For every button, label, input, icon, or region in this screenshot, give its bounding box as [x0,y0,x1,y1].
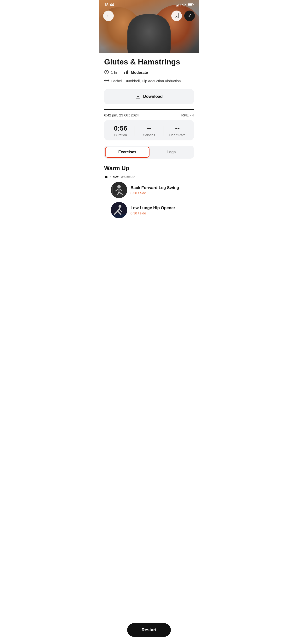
stats-card: 0:56 Duration -- Calories -- Heart Rate [104,120,194,141]
exercise-info-1: Back Forward Leg Swing 0:30 / side [130,185,194,195]
duration-value: 1 hr [111,70,117,75]
status-icons [176,3,194,7]
stat-heartrate-label: Heart Rate [163,133,192,137]
stat-duration: 0:56 Duration [106,124,135,137]
exercise-detail-2: 0:30 / side [130,211,194,215]
log-date: 6:42 pm, 23 Oct 2024 [104,113,139,117]
stat-calories-label: Calories [135,133,163,137]
bookmark-icon [175,13,179,19]
tab-logs[interactable]: Logs [150,146,193,158]
svg-rect-6 [127,70,128,74]
stat-duration-label: Duration [106,133,135,137]
wifi-icon [182,3,186,7]
svg-rect-5 [126,72,127,74]
set-header: 1 Set WARMUP [104,175,194,179]
svg-rect-20 [112,186,113,195]
log-rpe: RPE - 4 [181,113,194,117]
status-bar: 18:44 [99,0,199,9]
svg-rect-2 [188,4,192,6]
exercise-thumb-2 [111,202,127,218]
stat-heartrate: -- Heart Rate [163,124,192,137]
bookmark-button[interactable] [171,10,182,21]
workout-meta-row: 1 hr Moderate [104,70,194,76]
timer-icon [104,70,109,76]
set-type: WARMUP [121,176,135,179]
download-button[interactable]: Download [104,89,194,104]
exercise-list: 1 Set WARMUP [104,175,194,218]
stat-calories: -- Calories [135,124,163,137]
workout-title: Glutes & Hamstrings [104,58,194,66]
signal-icon [176,4,181,6]
difficulty-value: Moderate [131,70,148,75]
exercise-item-1[interactable]: Back Forward Leg Swing 0:30 / side [104,182,194,198]
check-icon: ✓ [188,13,192,18]
status-time: 18:44 [104,3,114,7]
exercise-name-1: Back Forward Leg Swing [130,185,194,190]
exercise-item-2[interactable]: Low Lunge Hip Opener 0:30 / side [104,202,194,218]
set-dot [105,176,107,178]
back-button[interactable]: ← [103,10,114,21]
svg-rect-1 [193,4,194,5]
warmup-section: Warm Up 1 Set WARMUP [104,165,194,218]
tab-exercises[interactable]: Exercises [105,146,150,158]
svg-rect-22 [111,214,127,218]
equipment-row: Barbell, Dumbbell, Hip Adduction Abducti… [104,78,194,84]
svg-rect-10 [105,80,106,81]
back-icon: ← [106,14,111,18]
svg-rect-4 [124,72,125,74]
svg-rect-11 [108,80,109,81]
stat-heartrate-value: -- [163,124,192,132]
download-icon [135,94,140,100]
svg-point-14 [117,185,121,188]
exercise-thumb-1 [111,182,127,198]
difficulty-icon [124,70,129,75]
difficulty-meta: Moderate [124,70,148,75]
svg-rect-13 [111,194,127,198]
exercise-name-2: Low Lunge Hip Opener [130,205,194,210]
tab-switcher: Exercises Logs [104,146,194,158]
equipment-value: Barbell, Dumbbell, Hip Adduction Abducti… [111,79,181,83]
exercise-info-2: Low Lunge Hip Opener 0:30 / side [130,205,194,215]
timeline-line [111,175,111,218]
equipment-icon [104,78,109,84]
battery-icon [188,3,194,7]
duration-meta: 1 hr [104,70,117,76]
exercise-detail-1: 0:30 / side [130,191,194,195]
hero-navigation: ← ✓ [99,10,199,21]
stat-duration-value: 0:56 [106,124,135,132]
progress-divider [104,109,194,110]
download-label: Download [143,94,163,99]
log-meta-row: 6:42 pm, 23 Oct 2024 RPE - 4 [104,113,194,117]
check-button[interactable]: ✓ [184,10,195,21]
warmup-heading: Warm Up [104,165,194,172]
stat-calories-value: -- [135,124,163,132]
